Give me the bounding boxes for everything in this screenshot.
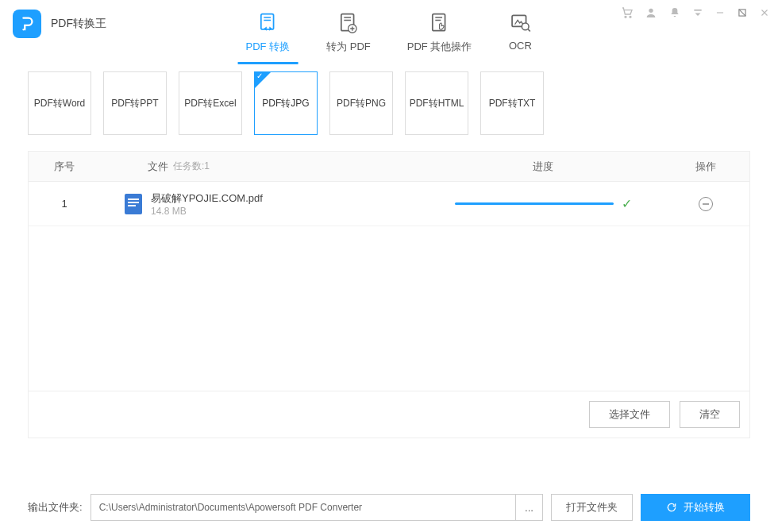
header-num: 序号 (29, 160, 100, 174)
file-size: 14.8 MB (151, 206, 263, 217)
conv-label: PDF转Excel (184, 97, 236, 110)
conv-label: PDF转Word (34, 97, 85, 110)
tab-label: PDF 其他操作 (407, 40, 472, 54)
user-icon[interactable] (645, 6, 657, 19)
svg-point-0 (22, 29, 24, 30)
clear-button[interactable]: 清空 (680, 401, 740, 428)
select-file-button[interactable]: 选择文件 (589, 401, 670, 428)
header-action: 操作 (662, 160, 749, 174)
table-body: 1 易破解YPOJIE.COM.pdf 14.8 MB ✓ (29, 182, 749, 391)
nav-tabs: PDF 转换 转为 PDF PDF 其他操作 OCR (238, 8, 541, 64)
ocr-icon (508, 11, 532, 35)
output-path-group: ... (91, 494, 543, 521)
main-content: PDF转Word PDF转PPT PDF转Excel PDF转JPG PDF转P… (0, 71, 778, 438)
conv-pdf-to-excel[interactable]: PDF转Excel (179, 71, 242, 135)
file-info: 易破解YPOJIE.COM.pdf 14.8 MB (151, 191, 263, 217)
svg-point-8 (630, 16, 631, 17)
tab-label: OCR (509, 40, 532, 52)
conv-label: PDF转JPG (262, 97, 309, 110)
bell-icon[interactable] (668, 6, 681, 19)
svg-rect-1 (261, 14, 274, 29)
app-logo-icon (13, 10, 41, 38)
action-cell (662, 197, 749, 211)
conv-pdf-to-ppt[interactable]: PDF转PPT (103, 71, 167, 135)
header-progress: 进度 (424, 160, 662, 174)
table-header: 序号 文件 任务数:1 进度 操作 (29, 152, 749, 182)
conv-pdf-to-png[interactable]: PDF转PNG (329, 71, 393, 135)
table-row: 1 易破解YPOJIE.COM.pdf 14.8 MB ✓ (29, 182, 749, 226)
svg-rect-15 (128, 205, 136, 206)
svg-point-9 (649, 9, 653, 13)
start-label: 开始转换 (684, 500, 725, 515)
conv-pdf-to-word[interactable]: PDF转Word (28, 71, 91, 135)
conv-pdf-to-txt[interactable]: PDF转TXT (480, 71, 544, 135)
tab-label: PDF 转换 (246, 40, 291, 54)
svg-point-7 (625, 16, 626, 17)
pdf-file-icon (124, 193, 143, 215)
conv-label: PDF转PNG (337, 97, 386, 110)
maximize-icon[interactable] (737, 7, 748, 18)
svg-rect-10 (694, 10, 701, 11)
output-folder-label: 输出文件夹: (28, 500, 83, 515)
output-path-input[interactable] (91, 494, 516, 521)
file-name: 易破解YPOJIE.COM.pdf (151, 191, 263, 206)
document-add-icon (337, 11, 360, 35)
conv-pdf-to-html[interactable]: PDF转HTML (405, 71, 468, 135)
document-hand-icon (428, 11, 452, 35)
minimize-icon[interactable] (714, 7, 726, 18)
svg-rect-13 (128, 199, 139, 200)
tab-to-pdf[interactable]: 转为 PDF (318, 8, 379, 64)
bottom-bar: 输出文件夹: ... 打开文件夹 开始转换 (28, 494, 750, 521)
remove-button[interactable] (699, 197, 713, 211)
close-icon[interactable] (759, 7, 770, 18)
header-file-label: 文件 (148, 160, 168, 174)
tab-label: 转为 PDF (326, 40, 371, 54)
progress-bar (455, 202, 614, 205)
document-convert-icon (256, 11, 279, 35)
conv-label: PDF转HTML (410, 97, 464, 110)
file-table: 序号 文件 任务数:1 进度 操作 1 易破解YPOJIE.COM.pdf 14… (28, 151, 750, 438)
conv-label: PDF转PPT (111, 97, 158, 110)
conv-label: PDF转TXT (489, 97, 536, 110)
conversion-type-grid: PDF转Word PDF转PPT PDF转Excel PDF转JPG PDF转P… (28, 71, 750, 135)
tab-ocr[interactable]: OCR (500, 8, 540, 64)
conv-pdf-to-jpg[interactable]: PDF转JPG (254, 71, 318, 135)
titlebar-controls (621, 6, 770, 19)
titlebar: PDF转换王 PDF 转换 转为 PDF PDF 其他操作 OCR (0, 0, 778, 48)
start-convert-button[interactable]: 开始转换 (641, 494, 750, 521)
tab-pdf-other[interactable]: PDF 其他操作 (399, 8, 480, 64)
svg-point-6 (522, 23, 529, 30)
open-folder-button[interactable]: 打开文件夹 (551, 494, 633, 521)
progress-cell: ✓ (424, 196, 662, 211)
svg-rect-12 (125, 194, 142, 214)
tab-pdf-convert[interactable]: PDF 转换 (238, 8, 298, 64)
checkmark-icon: ✓ (622, 196, 632, 211)
table-footer: 选择文件 清空 (29, 391, 749, 438)
header-task-count: 任务数:1 (173, 160, 210, 173)
refresh-icon (666, 502, 677, 513)
menu-dropdown-icon[interactable] (692, 7, 703, 18)
row-num: 1 (29, 198, 100, 210)
app-title: PDF转换王 (51, 17, 106, 31)
cart-icon[interactable] (621, 6, 634, 19)
svg-rect-14 (128, 202, 139, 203)
file-cell: 易破解YPOJIE.COM.pdf 14.8 MB (100, 191, 424, 217)
browse-button[interactable]: ... (516, 494, 543, 521)
header-file: 文件 任务数:1 (100, 160, 424, 174)
